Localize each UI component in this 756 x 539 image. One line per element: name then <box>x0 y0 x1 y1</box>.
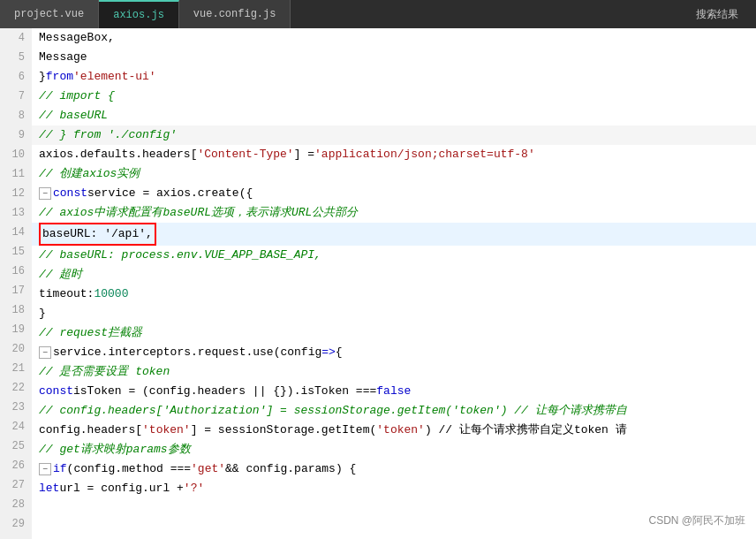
watermark: CSDN @阿民不加班 <box>648 513 745 528</box>
code-token: 'token' <box>376 421 425 440</box>
code-token: isToken = (config.headers || {}).isToken… <box>73 382 376 401</box>
tab-axios-js[interactable]: axios.js <box>99 0 179 28</box>
code-token: ) // 让每个请求携带自定义token 请 <box>425 421 627 440</box>
line-number: 29 <box>0 514 32 534</box>
code-token: { <box>336 343 343 362</box>
line-number: 24 <box>0 417 32 437</box>
code-token: 10000 <box>94 285 128 304</box>
code-line: } <box>32 304 756 323</box>
code-line: // get请求映射params参数 <box>32 440 756 459</box>
fold-icon[interactable]: − <box>39 463 51 475</box>
line-number: 4 <box>0 28 32 48</box>
app-container: project.vue axios.js vue.config.js 搜索结果 … <box>0 0 756 539</box>
line-number: 5 <box>0 48 32 67</box>
code-token: 'application/json;charset=utf-8' <box>314 145 535 164</box>
tab-label: project.vue <box>14 8 84 20</box>
code-line: config.headers['token'] = sessionStorage… <box>32 421 756 440</box>
code-token: // axios中请求配置有baseURL选项，表示请求URL公共部分 <box>39 203 358 223</box>
code-line: timeout: 10000 <box>32 285 756 304</box>
code-line: // config.headers['Authorization'] = ses… <box>32 401 756 421</box>
tab-search-results[interactable]: 搜索结果 <box>678 0 756 28</box>
line-number: 18 <box>0 300 32 320</box>
code-token: && config.params) { <box>225 459 356 479</box>
code-token: false <box>376 382 411 401</box>
line-number: 10 <box>0 145 32 164</box>
code-token: 'element-ui' <box>73 67 156 87</box>
code-line: // axios中请求配置有baseURL选项，表示请求URL公共部分 <box>32 203 756 223</box>
line-number: 27 <box>0 475 32 495</box>
line-number: 15 <box>0 242 32 262</box>
code-token: MessageBox, <box>39 28 115 48</box>
code-token: timeout: <box>39 285 94 304</box>
code-line: baseURL: '/api', <box>32 223 756 246</box>
code-line: −if (config.method === 'get' && config.p… <box>32 459 756 479</box>
code-token: ] = sessionStorage.getItem( <box>191 421 377 440</box>
code-area: 4567891011121314151617181920212223242526… <box>0 28 756 539</box>
line-number: 14 <box>0 223 32 242</box>
code-line: // 创建axios实例 <box>32 164 756 184</box>
tab-label: vue.config.js <box>193 8 276 20</box>
line-number: 13 <box>0 203 32 223</box>
code-content[interactable]: MessageBox, Message} from 'element-ui'//… <box>32 28 756 539</box>
code-token: const <box>53 184 87 203</box>
tab-bar: project.vue axios.js vue.config.js 搜索结果 <box>0 0 756 28</box>
line-number: 12 <box>0 184 32 203</box>
code-line: −const service = axios.create({ <box>32 184 756 203</box>
code-token: let <box>39 479 59 498</box>
code-line: axios.defaults.headers['Content-Type'] =… <box>32 145 756 164</box>
line-number: 28 <box>0 495 32 514</box>
code-token: // baseURL <box>39 106 108 125</box>
code-token: '?' <box>184 479 204 498</box>
code-token: url = config.url + <box>59 479 183 498</box>
line-numbers: 4567891011121314151617181920212223242526… <box>0 28 32 539</box>
code-line: // 超时 <box>32 265 756 285</box>
code-token: // 是否需要设置 token <box>39 362 170 382</box>
code-line: −service.interceptors.request.use(config… <box>32 343 756 362</box>
code-line: const isToken = (config.headers || {}).i… <box>32 382 756 401</box>
fold-icon[interactable]: − <box>39 187 51 200</box>
tab-project-vue[interactable]: project.vue <box>0 0 99 28</box>
code-token: } <box>39 67 46 87</box>
code-token: const <box>39 382 73 401</box>
code-token: => <box>321 343 336 362</box>
code-line: // } from './config' <box>32 125 756 145</box>
line-number: 7 <box>0 87 32 106</box>
code-token: config.headers[ <box>39 421 142 440</box>
code-line: // import { <box>32 87 756 106</box>
code-line: Message <box>32 48 756 67</box>
line-number: 21 <box>0 359 32 378</box>
code-token: 'Content-Type' <box>197 145 293 164</box>
fold-icon[interactable]: − <box>39 346 51 359</box>
code-token: axios.defaults.headers[ <box>39 145 197 164</box>
code-token: // get请求映射params参数 <box>39 440 191 459</box>
code-token: Message <box>39 48 87 67</box>
code-token: // import { <box>39 87 115 106</box>
line-number: 22 <box>0 378 32 398</box>
line-number: 17 <box>0 281 32 300</box>
code-line: // 是否需要设置 token <box>32 362 756 382</box>
code-token: from <box>46 67 73 87</box>
highlighted-code-token: baseURL: '/api', <box>39 223 156 246</box>
code-token: (config.method === <box>67 459 191 479</box>
line-number: 6 <box>0 67 32 87</box>
line-number: 9 <box>0 125 32 145</box>
code-line: let url = config.url + '?' <box>32 479 756 498</box>
code-token: // baseURL: process.env.VUE_APP_BASE_API… <box>39 246 321 265</box>
code-token: } <box>39 304 46 323</box>
line-number: 8 <box>0 106 32 125</box>
line-number: 23 <box>0 398 32 417</box>
code-line: MessageBox, <box>32 28 756 48</box>
tab-vue-config-js[interactable]: vue.config.js <box>179 0 291 28</box>
code-token: // config.headers['Authorization'] = ses… <box>39 401 627 421</box>
code-line: } from 'element-ui' <box>32 67 756 87</box>
code-line: // baseURL <box>32 106 756 125</box>
code-token: 'token' <box>142 421 191 440</box>
code-token: service.interceptors.request.use(config <box>53 343 321 362</box>
line-number: 20 <box>0 339 32 359</box>
code-line: // baseURL: process.env.VUE_APP_BASE_API… <box>32 246 756 265</box>
code-token: if <box>53 459 67 479</box>
line-number: 11 <box>0 164 32 184</box>
tab-label: 搜索结果 <box>696 7 738 22</box>
code-token: ] = <box>294 145 314 164</box>
line-number: 16 <box>0 262 32 281</box>
